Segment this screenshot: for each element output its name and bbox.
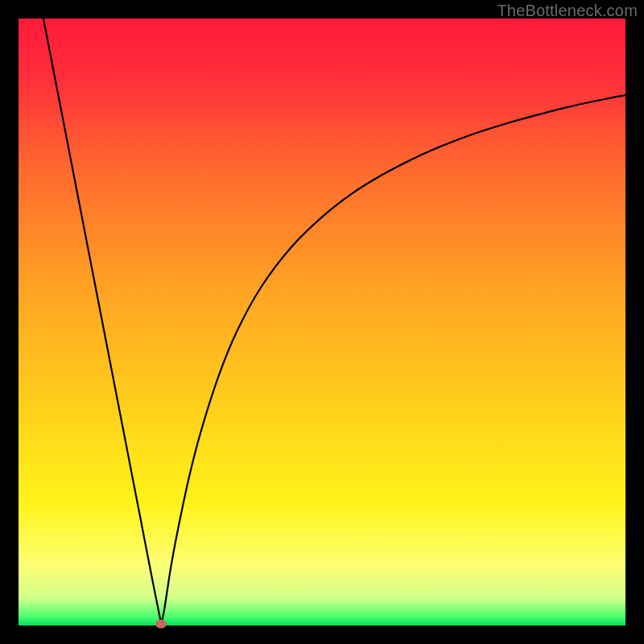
minimum-marker: [155, 619, 167, 628]
chart-plot: [19, 19, 625, 625]
chart-background: [19, 19, 625, 625]
chart-frame: [19, 19, 625, 625]
watermark-text: TheBottleneck.com: [497, 2, 638, 20]
